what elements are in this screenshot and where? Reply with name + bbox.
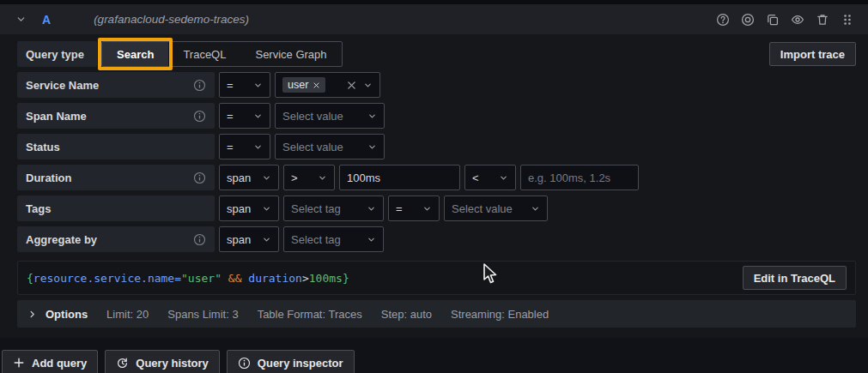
query-type-label: Query type bbox=[17, 41, 97, 67]
service-name-value-select[interactable]: user bbox=[275, 72, 380, 98]
delete-query-trash-icon[interactable] bbox=[816, 13, 829, 27]
select-placeholder: Select value bbox=[452, 202, 513, 215]
duration-label: Duration bbox=[17, 165, 215, 190]
duration-lt-input-wrap bbox=[520, 165, 639, 190]
drag-handle-icon[interactable] bbox=[841, 13, 854, 27]
query-row-actions bbox=[716, 13, 854, 27]
service-name-operator-select[interactable]: = bbox=[219, 72, 270, 98]
filter-row-status: Status = Select value bbox=[17, 134, 856, 159]
tags-label: Tags bbox=[17, 196, 215, 221]
span-name-value-select[interactable]: Select value bbox=[275, 103, 385, 129]
filter-row-tags: Tags span Select tag = Select value bbox=[17, 196, 856, 221]
import-trace-button[interactable]: Import trace bbox=[769, 42, 856, 66]
span-name-operator-select[interactable]: = bbox=[219, 103, 270, 129]
collapse-chevron-icon[interactable] bbox=[15, 14, 27, 25]
filter-row-duration: Duration span > < bbox=[17, 165, 856, 190]
aggregate-by-tag-select[interactable]: Select tag bbox=[283, 226, 384, 252]
clear-values-icon[interactable] bbox=[346, 80, 357, 91]
edit-in-traceql-button[interactable]: Edit in TraceQL bbox=[743, 266, 847, 290]
record-icon[interactable] bbox=[741, 13, 755, 27]
traceql-query-text: {resource.service.name="user" && duratio… bbox=[27, 272, 349, 285]
duplicate-icon[interactable] bbox=[766, 13, 780, 27]
status-value-select[interactable]: Select value bbox=[275, 134, 385, 159]
duration-lt-input[interactable] bbox=[528, 171, 631, 184]
duration-scope-select[interactable]: span bbox=[219, 165, 279, 190]
tab-service-graph[interactable]: Service Graph bbox=[240, 42, 341, 66]
import-trace-label: Import trace bbox=[780, 48, 845, 61]
scope-value: span bbox=[227, 233, 251, 246]
duration-gt-input[interactable] bbox=[347, 171, 452, 184]
operator-value: = bbox=[227, 110, 234, 123]
aggregate-by-label: Aggregate by bbox=[17, 226, 215, 252]
operator-value: = bbox=[227, 141, 234, 153]
token-space bbox=[222, 272, 228, 285]
filter-row-span-name: Span Name = Select value bbox=[17, 103, 856, 129]
info-icon[interactable] bbox=[193, 233, 206, 246]
operator-value: > bbox=[291, 171, 298, 184]
tags-value-select[interactable]: Select value bbox=[444, 196, 548, 221]
options-stat-table-format: Table Format: Traces bbox=[258, 308, 362, 321]
options-collapsible-bar[interactable]: Options Limit: 20 Spans Limit: 3 Table F… bbox=[17, 300, 856, 328]
help-icon[interactable] bbox=[716, 13, 730, 27]
token-field: resource.service.name bbox=[33, 272, 174, 285]
filter-row-aggregate-by: Aggregate by span Select tag bbox=[17, 226, 856, 252]
info-circle-icon bbox=[238, 357, 251, 370]
edit-in-traceql-label: Edit in TraceQL bbox=[754, 272, 835, 285]
info-icon[interactable] bbox=[193, 79, 206, 92]
duration-gt-operator-select[interactable]: > bbox=[283, 165, 335, 190]
chip-label: user bbox=[288, 79, 308, 91]
token-brace-close: } bbox=[343, 272, 349, 285]
status-label: Status bbox=[17, 134, 215, 159]
info-icon[interactable] bbox=[193, 110, 206, 123]
filter-row-service-name: Service Name = user bbox=[17, 72, 856, 98]
operator-value: = bbox=[396, 202, 403, 215]
token-duration-field: duration bbox=[248, 272, 302, 285]
footer-actions: Add query Query history Query inspector bbox=[0, 338, 868, 373]
tags-tag-select[interactable]: Select tag bbox=[283, 196, 384, 221]
token-and-operator: && bbox=[228, 272, 242, 285]
options-toggle[interactable]: Options bbox=[27, 308, 88, 321]
duration-gt-input-wrap bbox=[339, 165, 460, 190]
remove-value-icon[interactable] bbox=[313, 81, 320, 89]
label-text: Aggregate by bbox=[26, 233, 97, 246]
label-text: Tags bbox=[26, 202, 51, 215]
options-stat-streaming: Streaming: Enabled bbox=[451, 308, 549, 321]
scope-value: span bbox=[227, 171, 251, 184]
trace-query-editor: A (grafanacloud-sedemo-traces) Query typ… bbox=[0, 0, 868, 373]
hide-query-eye-icon[interactable] bbox=[791, 13, 804, 27]
info-icon[interactable] bbox=[193, 171, 206, 184]
query-preview: {resource.service.name="user" && duratio… bbox=[17, 261, 856, 295]
tags-scope-select[interactable]: span bbox=[219, 196, 279, 221]
tab-search[interactable]: Search bbox=[102, 42, 168, 66]
duration-lt-operator-select[interactable]: < bbox=[464, 165, 516, 190]
query-history-button[interactable]: Query history bbox=[105, 350, 220, 373]
query-row-header: A (grafanacloud-sedemo-traces) bbox=[0, 4, 868, 34]
tab-traceql-label: TraceQL bbox=[183, 48, 226, 61]
tab-search-label: Search bbox=[117, 48, 154, 61]
tab-service-graph-label: Service Graph bbox=[255, 48, 326, 61]
operator-value: = bbox=[227, 79, 234, 92]
options-title-text: Options bbox=[46, 308, 88, 321]
status-operator-select[interactable]: = bbox=[219, 134, 270, 159]
operator-value: < bbox=[472, 171, 479, 184]
token-equals: = bbox=[174, 272, 181, 285]
options-stat-step: Step: auto bbox=[381, 308, 432, 321]
select-placeholder: Select value bbox=[282, 141, 343, 153]
token-string: "user" bbox=[181, 272, 222, 285]
query-inspector-button[interactable]: Query inspector bbox=[227, 350, 355, 373]
select-placeholder: Select tag bbox=[291, 233, 341, 246]
label-text: Span Name bbox=[26, 110, 87, 123]
label-text: Duration bbox=[26, 171, 71, 184]
label-text: Status bbox=[26, 141, 60, 153]
query-history-label: Query history bbox=[136, 357, 209, 370]
add-query-label: Add query bbox=[32, 357, 87, 370]
datasource-name: (grafanacloud-sedemo-traces) bbox=[94, 13, 249, 26]
tags-operator-select[interactable]: = bbox=[388, 196, 440, 221]
scope-value: span bbox=[227, 202, 251, 215]
query-inspector-label: Query inspector bbox=[258, 357, 343, 370]
tab-traceql[interactable]: TraceQL bbox=[168, 42, 240, 66]
aggregate-by-scope-select[interactable]: span bbox=[219, 226, 279, 252]
add-query-button[interactable]: Add query bbox=[2, 350, 98, 373]
query-letter[interactable]: A bbox=[42, 13, 51, 27]
token-gt-operator: > bbox=[302, 272, 309, 285]
